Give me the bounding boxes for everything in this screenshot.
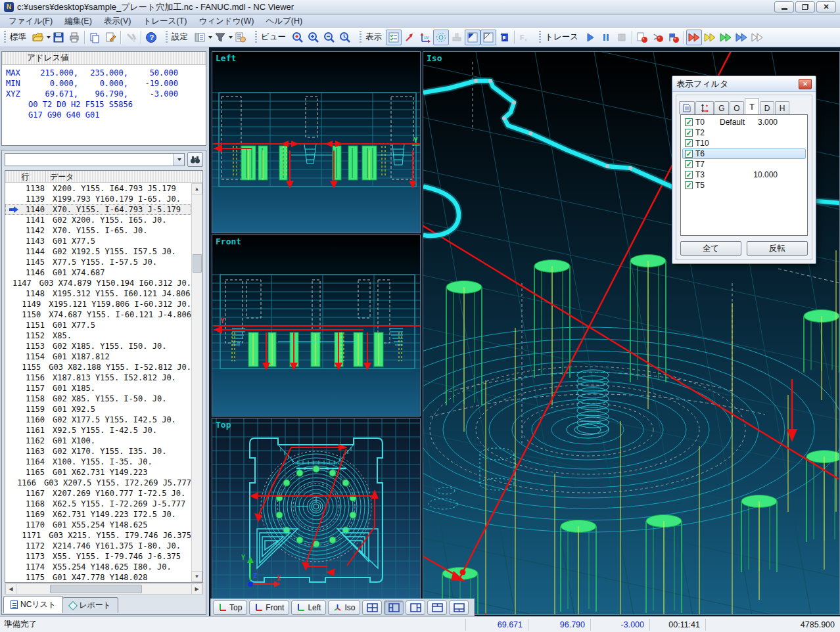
nc-code-row[interactable]: 1165 G01 X62.731 Y149.223 (5, 467, 191, 478)
layout-top-split-button[interactable] (427, 600, 447, 615)
nc-code-row[interactable]: 1169 X62.731 Y149.223 I72.5 J0. (5, 509, 191, 520)
nc-code-row[interactable]: 1163 G02 X170. Y155. I35. J0. (5, 446, 191, 457)
nc-code-row[interactable]: 1172 X214.746 Y161.375 I-80. J0. (5, 541, 191, 551)
zoom-previous-button[interactable] (337, 30, 353, 45)
layout-bottom-split-button[interactable] (449, 600, 469, 615)
viewport-top[interactable]: Top (212, 418, 421, 600)
print-button[interactable] (66, 30, 82, 45)
uv-axes-button[interactable]: uv (417, 30, 433, 45)
column-header-data[interactable]: データ (46, 171, 202, 182)
corner-outline-button[interactable] (480, 30, 496, 45)
view-top-button[interactable]: Top (213, 600, 247, 615)
edit-button[interactable] (103, 30, 118, 45)
report-settings-button[interactable] (192, 30, 208, 45)
find-button[interactable] (187, 152, 203, 167)
filter-item-row[interactable]: ✓ T2 (682, 127, 806, 138)
checkbox[interactable]: ✓ (685, 139, 693, 147)
nc-horizontal-scrollbar[interactable]: ◀ ▶ (5, 583, 203, 595)
nc-code-row[interactable]: 1155 G03 X82.188 Y155. I-52.812 J0. (5, 362, 191, 372)
menu-file[interactable]: ファイル(F) (3, 15, 58, 28)
view-left-button[interactable]: Left (291, 600, 326, 615)
view-iso-button[interactable]: Iso (328, 600, 360, 615)
nc-code-row[interactable]: 1157 G01 X185. (5, 383, 191, 394)
menu-trace[interactable]: トレース(T) (137, 15, 193, 28)
nc-code-row[interactable]: 1173 X55. Y155. I-79.746 J-6.375 (5, 551, 191, 562)
vertical-scroll-thumb[interactable] (193, 254, 202, 273)
search-input[interactable] (5, 154, 173, 166)
speed-5-button[interactable] (749, 30, 765, 45)
nc-code-row[interactable]: 1152 X85. (5, 330, 191, 341)
trace-flag-button[interactable] (666, 30, 682, 45)
checkbox[interactable]: ✓ (685, 150, 693, 158)
spiral-button[interactable] (496, 30, 512, 45)
nc-code-row[interactable]: 1156 X187.813 Y155. I52.812 J0. (5, 372, 191, 383)
filter-item-row[interactable]: ✓ T0 Default 3.000 (682, 117, 806, 127)
speed-1-button[interactable] (686, 30, 702, 45)
scroll-left-button[interactable]: ◀ (5, 583, 16, 595)
menu-help[interactable]: ヘルプ(H) (260, 15, 308, 28)
layout-quad-button[interactable] (362, 600, 382, 615)
layout-right-split-button[interactable] (406, 600, 425, 615)
corner-filled-button[interactable] (465, 30, 480, 45)
restore-button[interactable] (795, 1, 815, 12)
display-filter-button[interactable] (386, 30, 402, 45)
copy-button[interactable] (87, 30, 103, 45)
nc-code-row[interactable]: 1139 X199.793 Y160.179 I-65. J0. (5, 194, 191, 204)
scroll-up-button[interactable]: ▲ (191, 183, 202, 194)
nc-code-row[interactable]: 1162 G01 X100. (5, 436, 191, 446)
nc-code-row[interactable]: 1147 G03 X74.879 Y150.194 I60.312 J0. (5, 278, 191, 288)
search-dropdown-button[interactable] (173, 154, 184, 166)
nc-code-row[interactable]: 1143 G01 X77.5 (5, 236, 191, 246)
filter-dialog-close-button[interactable]: ✕ (799, 79, 812, 89)
open-file-button[interactable] (30, 30, 46, 45)
column-header-line[interactable]: 行 (5, 171, 46, 182)
menu-edit[interactable]: 編集(E) (58, 15, 98, 28)
nc-code-row[interactable]: 1168 X62.5 Y155. I-72.269 J-5.777 (5, 499, 191, 509)
trace-break-button[interactable] (650, 30, 666, 45)
nc-code-row[interactable]: 1150 X74.687 Y155. I-60.121 J-4.806 (5, 309, 191, 320)
zoom-in-button[interactable] (306, 30, 321, 45)
filter-tab-o[interactable]: O (730, 101, 744, 114)
nc-code-row[interactable]: 1142 X70. Y155. I-65. J0. (5, 225, 191, 236)
filter-tab-axes[interactable] (695, 101, 714, 114)
filter-tab-file[interactable] (679, 101, 695, 114)
filter-tab-h[interactable]: H (775, 101, 789, 114)
nc-code-row[interactable]: 1154 G01 X187.812 (5, 351, 191, 362)
nc-code-row[interactable]: 1170 G01 X55.254 Y148.625 (5, 520, 191, 530)
filter-tab-g[interactable]: G (714, 101, 729, 114)
nc-code-row[interactable]: 1161 X92.5 Y155. I-42.5 J0. (5, 425, 191, 436)
horizontal-scroll-thumb[interactable] (50, 585, 142, 593)
layout-left-split-button[interactable] (384, 600, 404, 615)
checkbox[interactable]: ✓ (685, 129, 693, 137)
nc-code-row[interactable]: 1144 G02 X192.5 Y155. I57.5 J0. (5, 246, 191, 257)
nc-code-row[interactable]: 1149 X195.121 Y159.806 I-60.312 J0. (5, 299, 191, 309)
menu-view[interactable]: 表示(V) (98, 15, 137, 28)
nc-code-row[interactable]: 1141 G02 X200. Y155. I65. J0. (5, 215, 191, 225)
trace-to-line-button[interactable] (634, 30, 650, 45)
scroll-right-button[interactable]: ▶ (191, 583, 202, 595)
filter-item-row[interactable]: ✓ T6 (682, 148, 806, 159)
pointer-arrow-button[interactable] (402, 30, 417, 45)
tab-report[interactable]: レポート (62, 597, 118, 613)
save-button[interactable] (51, 30, 66, 45)
nc-code-row[interactable]: 1166 G03 X207.5 Y155. I72.269 J5.777 (5, 478, 191, 488)
trace-play-button[interactable] (582, 30, 598, 45)
nc-code-row[interactable]: 1158 G02 X85. Y155. I-50. J0. (5, 394, 191, 404)
center-mark-button[interactable] (433, 30, 449, 45)
filter-all-button[interactable]: 全て (680, 241, 741, 256)
nc-code-row[interactable]: 1167 X207.269 Y160.777 I-72.5 J0. (5, 488, 191, 499)
checkbox[interactable]: ✓ (685, 118, 693, 126)
filter-item-row[interactable]: ✓ T10 (682, 138, 806, 148)
nc-code-row[interactable]: 1145 X77.5 Y155. I-57.5 J0. (5, 257, 191, 267)
nc-code-row[interactable]: 1174 X55.254 Y148.625 I80. J0. (5, 562, 191, 572)
speed-2-button[interactable] (702, 30, 718, 45)
nc-code-row[interactable]: 1160 G02 X177.5 Y155. I42.5 J0. (5, 415, 191, 425)
nc-code-row[interactable]: 1171 G03 X215. Y155. I79.746 J6.375 (5, 530, 191, 541)
filter-item-row[interactable]: ✓ T5 (682, 180, 806, 191)
help-button[interactable]: ? (143, 30, 159, 45)
nc-code-row[interactable]: 1159 G01 X92.5 (5, 404, 191, 415)
filter-item-row[interactable]: ✓ T3 10.000 (682, 169, 806, 180)
checkbox[interactable]: ✓ (685, 171, 693, 179)
filter-tab-t[interactable]: T (745, 98, 759, 114)
viewport-left[interactable]: Left (212, 51, 421, 233)
